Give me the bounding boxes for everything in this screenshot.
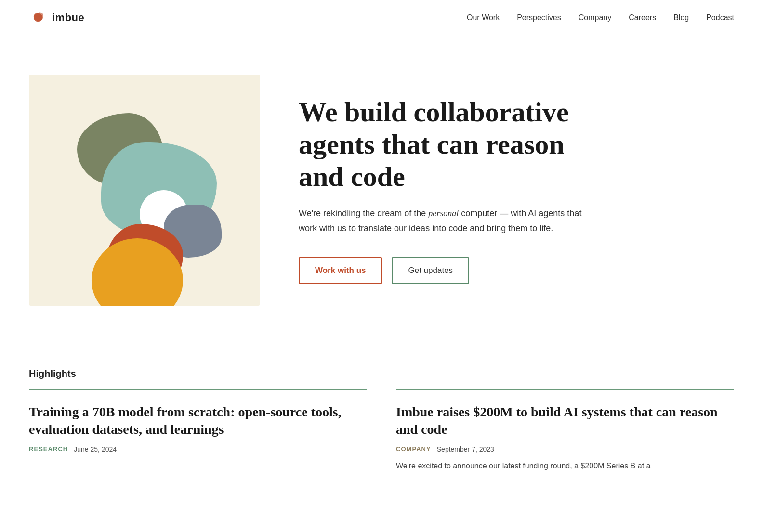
hero-content: We build collaborative agents that can r… (299, 96, 588, 284)
highlight-1-date: June 25, 2024 (74, 445, 117, 453)
highlight-item-2[interactable]: Imbue raises $200M to build AI systems t… (396, 389, 734, 472)
nav-podcast[interactable]: Podcast (706, 13, 734, 22)
highlight-1-heading: Training a 70B model from scratch: open-… (29, 403, 367, 439)
highlights-title: Highlights (29, 368, 734, 379)
highlights-grid: Training a 70B model from scratch: open-… (29, 389, 734, 472)
highlights-section: Highlights Training a 70B model from scr… (0, 344, 763, 501)
logo-text: imbue (52, 12, 84, 24)
work-with-us-button[interactable]: Work with us (299, 257, 382, 284)
hero-description: We're rekindling the dream of the person… (299, 206, 588, 235)
hero-section: We build collaborative agents that can r… (0, 36, 763, 344)
navbar: imbue Our Work Perspectives Company Care… (0, 0, 763, 36)
nav-blog[interactable]: Blog (673, 13, 689, 22)
hero-desc-part1: We're rekindling the dream of the (299, 208, 428, 218)
highlight-1-meta: RESEARCH June 25, 2024 (29, 445, 367, 453)
highlight-2-excerpt: We're excited to announce our latest fun… (396, 460, 734, 472)
hero-illustration (29, 75, 260, 306)
nav-perspectives[interactable]: Perspectives (517, 13, 561, 22)
nav-careers[interactable]: Careers (629, 13, 656, 22)
hero-desc-italic: personal (428, 208, 459, 218)
nav-our-work[interactable]: Our Work (467, 13, 500, 22)
highlight-2-date: September 7, 2023 (437, 445, 494, 453)
highlight-item-1[interactable]: Training a 70B model from scratch: open-… (29, 389, 367, 472)
highlight-2-category: COMPANY (396, 445, 431, 453)
hero-buttons: Work with us Get updates (299, 257, 588, 284)
logo[interactable]: imbue (29, 9, 84, 27)
nav-company[interactable]: Company (579, 13, 611, 22)
nav-links: Our Work Perspectives Company Careers Bl… (467, 13, 734, 22)
hero-heading: We build collaborative agents that can r… (299, 96, 588, 193)
highlight-2-meta: COMPANY September 7, 2023 (396, 445, 734, 453)
highlight-1-category: RESEARCH (29, 445, 68, 453)
highlight-2-heading: Imbue raises $200M to build AI systems t… (396, 403, 734, 439)
get-updates-button[interactable]: Get updates (392, 257, 469, 284)
imbue-logo-icon (29, 9, 47, 27)
